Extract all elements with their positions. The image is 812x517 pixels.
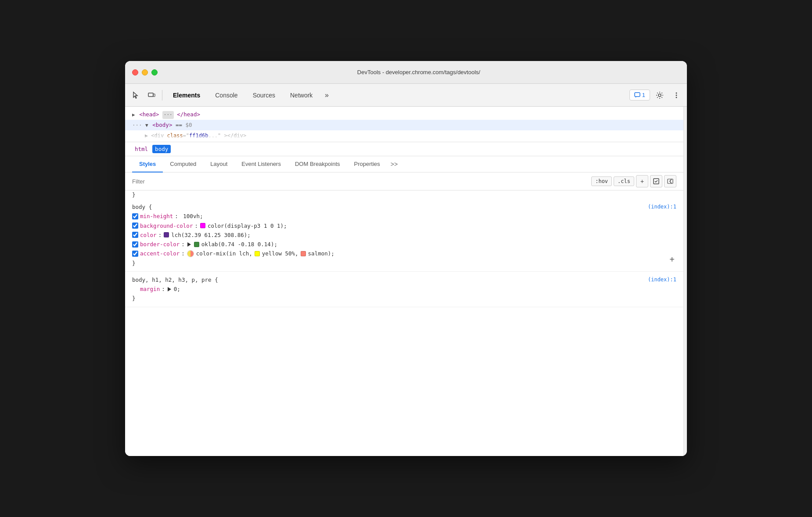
svg-point-3 <box>658 94 661 97</box>
body-content-line: ▶ <div class="ff1d6b..." ></div> <box>125 130 683 139</box>
body-selector: body { <box>132 202 152 212</box>
body-source-link[interactable]: (index):1 <box>648 202 676 211</box>
background-color-checkbox[interactable] <box>132 223 138 229</box>
head-line: ▶ <head> ··· </head> <box>125 109 683 120</box>
tab-properties[interactable]: Properties <box>347 156 387 172</box>
cursor-tool-button[interactable] <box>129 88 143 102</box>
filter-actions: :hov .cls + <box>591 175 676 187</box>
color-swatch[interactable] <box>164 232 169 237</box>
tab-dom-breakpoints[interactable]: DOM Breakpoints <box>288 156 347 172</box>
notification-count: 1 <box>642 92 645 98</box>
body-h1-css-rule: body, h1, h2, h3, p, pre { (index):1 mar… <box>125 272 683 307</box>
elements-panel: ▶ <head> ··· </head> ··· ▼ <body> == $0 … <box>125 107 683 142</box>
right-scrollbar[interactable] <box>683 107 687 456</box>
accent-color-checkbox[interactable] <box>132 251 138 257</box>
svg-rect-0 <box>148 93 153 97</box>
min-height-line: min-height : 100vh; <box>132 212 676 221</box>
toggle-sidebar-button[interactable] <box>664 175 676 187</box>
background-color-swatch[interactable] <box>200 223 205 228</box>
title-bar: DevTools - developer.chrome.com/tags/dev… <box>125 61 687 84</box>
accent-color-mix-swatch[interactable] <box>187 250 194 257</box>
svg-point-4 <box>676 92 677 93</box>
breadcrumb-html[interactable]: html <box>132 145 151 153</box>
border-color-expand[interactable] <box>187 242 191 247</box>
traffic-lights <box>132 69 158 75</box>
color-checkbox[interactable] <box>132 232 138 238</box>
more-options-button[interactable] <box>669 88 683 102</box>
background-color-line: background-color : color(display-p3 1 0 … <box>132 221 676 230</box>
force-state-icon <box>653 178 659 184</box>
tab-styles[interactable]: Styles <box>132 156 163 172</box>
add-property-button[interactable]: + <box>666 254 678 266</box>
toolbar-divider-1 <box>162 90 162 101</box>
toolbar-right: 1 <box>629 88 683 102</box>
svg-rect-2 <box>635 93 640 97</box>
border-color-checkbox[interactable] <box>132 241 138 248</box>
css-content[interactable]: } body { (index):1 min-height : 100vh; <box>125 190 683 456</box>
min-height-checkbox[interactable] <box>132 213 138 219</box>
body-h1-source-link[interactable]: (index):1 <box>648 275 676 284</box>
head-triangle[interactable]: ▶ <box>132 112 135 118</box>
tab-computed[interactable]: Computed <box>163 156 203 172</box>
body-triangle[interactable]: ▼ <box>145 122 148 128</box>
add-style-button[interactable]: + <box>636 175 648 187</box>
styles-pane: ▶ <head> ··· </head> ··· ▼ <body> == $0 … <box>125 107 683 456</box>
notification-button[interactable]: 1 <box>629 90 650 101</box>
cls-button[interactable]: .cls <box>614 176 634 186</box>
tab-console[interactable]: Console <box>208 89 244 101</box>
filter-input[interactable] <box>132 178 588 185</box>
svg-rect-8 <box>668 179 673 183</box>
gear-icon <box>656 91 664 99</box>
yellow-swatch[interactable] <box>255 251 260 256</box>
chat-icon <box>634 92 640 98</box>
prev-closing-brace: } <box>125 190 683 199</box>
styles-tabs: Styles Computed Layout Event Listeners D… <box>125 156 683 172</box>
more-style-tabs-button[interactable]: >> <box>389 157 399 171</box>
border-color-swatch[interactable] <box>194 242 199 247</box>
more-vert-icon <box>672 91 680 99</box>
device-toggle-button[interactable] <box>144 88 158 102</box>
body-h1-selector: body, h1, h2, h3, p, pre { <box>132 275 218 284</box>
svg-point-5 <box>676 94 677 96</box>
tab-event-listeners[interactable]: Event Listeners <box>234 156 288 172</box>
border-color-line: border-color : oklab(0.74 -0.18 0.14); <box>132 240 676 249</box>
force-element-state-button[interactable] <box>650 175 662 187</box>
devtools-window: DevTools - developer.chrome.com/tags/dev… <box>125 61 687 456</box>
cursor-icon <box>132 91 140 99</box>
settings-button[interactable] <box>653 88 667 102</box>
devtools-toolbar: Elements Console Sources Network » 1 <box>125 84 687 107</box>
tab-sources[interactable]: Sources <box>246 89 282 101</box>
main-tabs: Elements Console Sources Network » <box>166 89 628 101</box>
close-button[interactable] <box>132 69 138 75</box>
body-h1-rule-header: body, h1, h2, h3, p, pre { (index):1 <box>132 275 676 284</box>
head-ellipsis[interactable]: ··· <box>162 111 174 119</box>
breadcrumb-body[interactable]: body <box>152 145 171 153</box>
salmon-swatch[interactable] <box>301 251 306 256</box>
window-title: DevTools - developer.chrome.com/tags/dev… <box>158 69 680 75</box>
body-closing-brace: } <box>132 258 676 268</box>
maximize-button[interactable] <box>151 69 158 75</box>
accent-color-line: accent-color : color-mix(in lch, yellow … <box>132 249 676 258</box>
main-content: ▶ <head> ··· </head> ··· ▼ <body> == $0 … <box>125 107 687 456</box>
body-line[interactable]: ··· ▼ <body> == $0 <box>125 120 683 130</box>
hov-button[interactable]: :hov <box>591 176 612 186</box>
filter-bar: :hov .cls + <box>125 172 683 190</box>
body-h1-closing-brace: } <box>132 294 676 303</box>
tab-elements[interactable]: Elements <box>166 89 207 101</box>
breadcrumb-bar: html body <box>125 142 683 156</box>
device-icon <box>147 91 155 99</box>
body-css-rule: body { (index):1 min-height : 100vh; bac… <box>125 199 683 272</box>
tab-layout[interactable]: Layout <box>203 156 234 172</box>
svg-point-6 <box>676 97 677 98</box>
tab-network[interactable]: Network <box>283 89 320 101</box>
margin-line: margin : 0; <box>132 284 676 294</box>
body-rule-header: body { (index):1 <box>132 202 676 212</box>
minimize-button[interactable] <box>142 69 148 75</box>
toggle-sidebar-icon <box>667 178 673 184</box>
more-tabs-button[interactable]: » <box>320 89 333 101</box>
margin-expand[interactable] <box>168 287 171 291</box>
color-line: color : lch(32.39 61.25 308.86); <box>132 230 676 240</box>
